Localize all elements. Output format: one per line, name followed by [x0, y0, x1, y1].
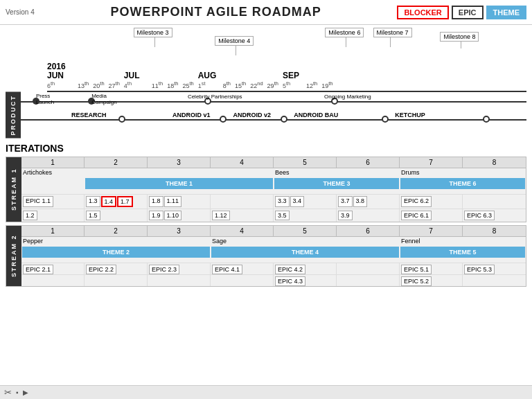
- dot-android2: [281, 116, 287, 123]
- s2-iter-8: 8: [463, 226, 526, 236]
- epic-3-4[interactable]: 3.4: [290, 196, 305, 207]
- label-android1: ANDROID v1: [172, 112, 211, 118]
- epic-1-7[interactable]: 1.7: [117, 196, 133, 207]
- stream-1-epics-row1: EPIC 1.1 1.3 1.4 1.7 1.8 1.11 3.3 3.4: [21, 195, 526, 209]
- epic-1-4[interactable]: 1.4: [101, 196, 117, 207]
- theme-6-bar: THEME 6: [400, 178, 525, 189]
- epic-1-5[interactable]: 1.5: [86, 211, 100, 220]
- s2-e2-col2: [85, 275, 148, 286]
- epic-1-2[interactable]: 1.2: [23, 211, 37, 220]
- label-androidbau: ANDROID BAU: [294, 112, 338, 118]
- s2-e-col5: EPIC 4.2: [274, 263, 337, 274]
- theme-4-bar: THEME 4: [211, 247, 399, 258]
- epic-4-3[interactable]: EPIC 4.3: [275, 276, 305, 286]
- s2-e-col2: EPIC 2.2: [85, 263, 148, 274]
- date-29: 29th: [267, 80, 283, 89]
- s2-e-col8: EPIC 5.3: [463, 263, 526, 274]
- date-header: 2016 JUN 6th 13th 20th 27th JUL 4th 11th…: [47, 62, 526, 92]
- stream-1-content: 1 2 3 4 5 6 7 8 Artichokes: [21, 157, 526, 222]
- iter-num-2: 2: [85, 157, 148, 168]
- dot-android1: [220, 116, 227, 123]
- product-section: PRODUCT PressLaunch MediaCampaign Celebr…: [6, 92, 526, 139]
- epic-6-1[interactable]: EPIC 6.1: [401, 211, 432, 220]
- stream-2-iter-numbers: 1 2 3 4 5 6 7 8: [21, 226, 526, 237]
- s2-iter-1: 1: [21, 226, 85, 236]
- label-research: RESEARCH: [71, 112, 107, 118]
- epic-1-11[interactable]: 1.11: [164, 196, 182, 207]
- epic-3-5[interactable]: 3.5: [275, 211, 290, 220]
- stream-2-themes-row: Pepper Sage Fennel THEME 2 THEME 4: [21, 237, 526, 263]
- epic-2-3[interactable]: EPIC 2.3: [149, 265, 179, 274]
- header: Version 4 POWERPOINT AGILE ROADMAP BLOCK…: [0, 0, 532, 25]
- s1-e-col7: EPIC 6.2: [400, 195, 463, 209]
- epic-4-2[interactable]: EPIC 4.2: [275, 265, 305, 274]
- date-25: 25th: [182, 80, 197, 89]
- theme-button[interactable]: THEME: [486, 6, 527, 19]
- epic-1-1[interactable]: EPIC 1.1: [23, 196, 53, 207]
- s1-e-col8: [463, 195, 526, 209]
- s1-e2-col5: 3.5: [274, 209, 337, 222]
- iter-num-8: 8: [463, 157, 526, 168]
- iterations-section: ITERATIONS STREAM 1 1 2 3 4 5 6 7 8: [6, 143, 526, 287]
- s2-e2-col5: EPIC 4.3: [274, 275, 337, 286]
- epic-1-9[interactable]: 1.9: [149, 211, 163, 220]
- epic-button[interactable]: EPIC: [452, 6, 484, 19]
- epic-3-8[interactable]: 3.8: [353, 196, 368, 207]
- epic-5-3[interactable]: EPIC 5.3: [464, 265, 495, 274]
- milestone-6: Milestone 6: [325, 28, 364, 47]
- dot-ketchup: [483, 116, 490, 123]
- iter-num-3: 3: [148, 157, 211, 168]
- epic-1-12[interactable]: 1.12: [212, 211, 230, 220]
- s1-milestone-bees: Bees: [275, 169, 290, 176]
- s2-e2-col3: [148, 275, 211, 286]
- epic-3-7[interactable]: 3.7: [338, 196, 353, 207]
- milestone-8: Milestone 8: [440, 32, 479, 48]
- epic-2-2[interactable]: EPIC 2.2: [86, 265, 116, 274]
- s1-e2-col6: 3.9: [337, 209, 400, 222]
- label-ketchup: KETCHUP: [395, 112, 425, 118]
- date-15: 15th: [235, 80, 250, 89]
- epic-4-1[interactable]: EPIC 4.1: [212, 265, 242, 274]
- theme-1-bar: THEME 1: [85, 178, 273, 189]
- stream-1-container: STREAM 1 1 2 3 4 5 6 7 8 Artichoke: [6, 157, 526, 222]
- epic-3-9[interactable]: 3.9: [338, 211, 353, 220]
- s1-e-col2: 1.3 1.4 1.7: [85, 195, 148, 209]
- stream-1-themes-row: Artichokes Bees Drums THEME 1: [21, 168, 526, 195]
- epic-5-1[interactable]: EPIC 5.1: [401, 265, 432, 274]
- s1-e-col6: 3.7 3.8: [337, 195, 400, 209]
- iter-num-4: 4: [211, 157, 274, 168]
- s1-e2-col3: 1.9 1.10: [148, 209, 211, 222]
- s2-e-col6: [337, 263, 400, 274]
- product-label: PRODUCT: [6, 92, 21, 139]
- date-20: 20th: [93, 80, 108, 89]
- epic-2-1[interactable]: EPIC 2.1: [23, 265, 53, 274]
- bottom-bar: ✂ ▪ ▶: [0, 385, 532, 399]
- s2-iter-2: 2: [85, 226, 148, 236]
- s1-e-col3: 1.8 1.11: [148, 195, 211, 209]
- label-android2: ANDROID v2: [233, 112, 272, 118]
- s1-milestone-drums: Drums: [401, 169, 420, 176]
- stream-2-epics-row2: EPIC 4.3 EPIC 5.2: [21, 275, 526, 286]
- s2-e-col4: EPIC 4.1: [211, 263, 274, 274]
- epic-5-2[interactable]: EPIC 5.2: [401, 276, 432, 286]
- epic-6-2[interactable]: EPIC 6.2: [401, 196, 432, 207]
- s2-milestone-pepper: Pepper: [23, 238, 43, 245]
- epic-3-3[interactable]: 3.3: [275, 196, 290, 207]
- s2-e2-col6: [337, 275, 400, 286]
- epic-1-3[interactable]: 1.3: [86, 196, 100, 207]
- theme-3-bar: THEME 3: [274, 178, 399, 189]
- header-buttons: BLOCKER EPIC THEME: [397, 6, 526, 19]
- date-22: 22nd: [250, 80, 267, 89]
- blocker-button[interactable]: BLOCKER: [397, 6, 448, 19]
- date-27: 27th: [109, 80, 124, 89]
- epic-1-10[interactable]: 1.10: [164, 211, 182, 220]
- epic-6-3[interactable]: EPIC 6.3: [464, 211, 495, 220]
- s1-milestone-artichokes-cell: Artichokes: [21, 168, 85, 194]
- milestone-7: Milestone 7: [373, 28, 412, 47]
- epic-1-8[interactable]: 1.8: [149, 196, 163, 207]
- dot-androidbau: [382, 116, 389, 123]
- date-12: 12th: [306, 80, 321, 89]
- page-title: POWERPOINT AGILE ROADMAP: [110, 5, 321, 19]
- dot-research: [118, 116, 125, 123]
- s2-milestone-sage: Sage: [212, 238, 227, 245]
